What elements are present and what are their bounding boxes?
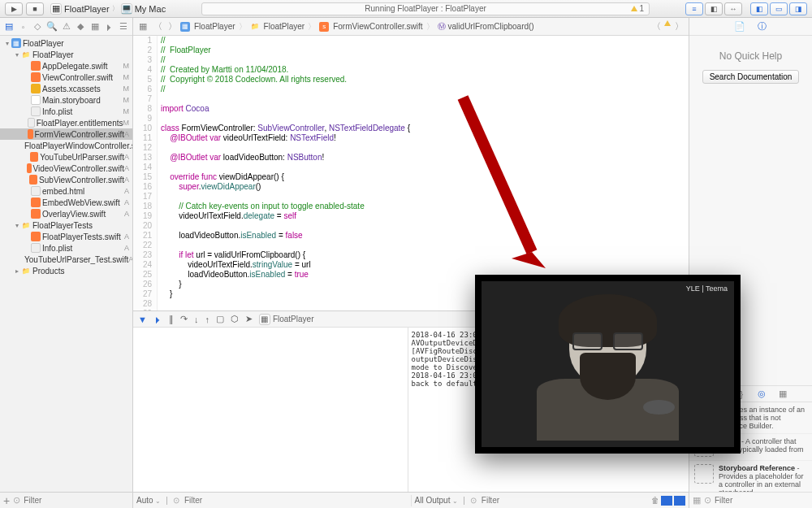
report-nav-icon[interactable]: ☰ [118,20,129,33]
debug-nav-icon[interactable]: ▦ [89,20,101,33]
tree-row[interactable]: Assets.xcassetsM [0,83,132,94]
file-inspector-icon[interactable]: 📄 [733,20,746,33]
tree-row[interactable]: FloatPlayerWindowController.swiftA [0,140,132,151]
variables-filter-input[interactable] [184,495,408,506]
step-over-icon[interactable]: ↷ [180,314,188,324]
toggle-variables-button[interactable] [661,496,672,506]
issue-nav-icon[interactable]: ⚠ [61,20,72,33]
find-nav-icon[interactable]: 🔍 [46,20,58,33]
run-button[interactable]: ▶ [5,2,23,15]
version-editor-button[interactable]: ↔ [724,2,742,15]
debug-bottom-bar: Auto ⌄ | ⊙ All Output ⌄ | ⊙ 🗑 [133,492,689,508]
quick-help-title: No Quick Help [696,50,806,62]
location-icon[interactable]: ➤ [245,314,253,324]
navigator-tabs: ▤ ◦ ◇ 🔍 ⚠ ◆ ▦ ⏵ ☰ [0,18,132,36]
tree-row[interactable]: FloatPlayerTests.swiftA [0,231,132,242]
assistant-editor-button[interactable]: ◧ [705,2,723,15]
filter-icon: ⊙ [173,496,179,505]
quick-help-icon[interactable]: ⓘ [756,20,769,33]
video-watermark: YLE | Teema [686,284,728,293]
tree-row[interactable]: embed.htmlA [0,185,132,197]
hide-debug-icon[interactable]: ▼ [138,315,147,324]
standard-editor-button[interactable]: ≡ [685,2,703,15]
warning-icon [664,20,671,26]
toolbar: ▶ ■ ▦ FloatPlayer 〉 💻 My Mac Running Flo… [0,0,812,18]
symbol-nav-icon[interactable]: ◇ [32,20,43,33]
library-bottom-bar: ▦ ⊙ [689,492,812,508]
toggle-navigator-button[interactable]: ◧ [750,2,768,15]
chevron-right-icon: 〉 [112,4,119,13]
mac-icon: 💻 [121,3,132,15]
object-library-icon[interactable]: ◎ [755,388,768,401]
tree-row[interactable]: Main.storyboardM [0,94,132,106]
toggle-inspector-button[interactable]: ◨ [789,2,807,15]
grid-view-icon[interactable]: ▦ [693,495,701,506]
tree-row[interactable]: SubViewController.swiftA [0,174,132,185]
tree-row[interactable]: FormViewController.swiftA [0,128,132,140]
tree-row[interactable]: AppDelegate.swiftM [0,60,132,72]
line-gutter[interactable]: 1234567891011121314151617181920212223242… [133,36,158,310]
clear-console-icon[interactable]: 🗑 [651,496,659,505]
debug-view-icon[interactable]: ▢ [216,314,224,324]
scheme-selector[interactable]: ▦ FloatPlayer 〉 💻 My Mac [50,3,166,15]
code-content[interactable]: //// FloatPlayer//// Created by Martti o… [158,36,689,310]
related-items-icon[interactable]: ▦ [136,20,149,33]
breakpoints-icon[interactable]: ⏵ [153,315,162,324]
navigator-filter-input[interactable] [24,495,129,506]
navigator-panel: ▤ ◦ ◇ 🔍 ⚠ ◆ ▦ ⏵ ☰ ▾▦FloatPlayer▾📁FloatPl… [0,18,133,508]
breakpoint-nav-icon[interactable]: ⏵ [104,20,115,33]
library-filter-input[interactable] [715,495,812,506]
scope-selector[interactable]: Auto ⌄ [136,496,161,505]
step-into-icon[interactable]: ↓ [194,315,199,324]
forward-button[interactable]: 〉 [166,20,179,33]
filter-icon: ⊙ [470,496,477,505]
filter-icon: ⊙ [704,495,711,506]
library-item[interactable]: Storyboard Reference - Provides a placeh… [689,461,812,492]
console-filter-input[interactable] [482,495,646,506]
next-issue-icon[interactable]: 〉 [672,20,685,33]
destination-name: My Mac [135,4,166,14]
source-control-nav-icon[interactable]: ◦ [18,20,29,33]
variables-view[interactable] [133,328,408,492]
tree-row[interactable]: ▾📁FloatPlayer [0,49,132,60]
warning-icon [631,6,637,11]
project-tree[interactable]: ▾▦FloatPlayer▾📁FloatPlayerAppDelegate.sw… [0,36,132,492]
prev-issue-icon[interactable]: 〈 [650,20,663,33]
tree-row[interactable]: YouTubeUrlParser.swiftA [0,151,132,163]
toggle-console-button[interactable] [674,496,685,506]
warning-badge[interactable]: 1 [631,4,644,13]
activity-status[interactable]: Running FloatPlayer : FloatPlayer 1 [201,2,650,15]
tree-row[interactable]: Info.plistA [0,242,132,254]
tree-row[interactable]: ▾▦FloatPlayer [0,37,132,49]
test-nav-icon[interactable]: ◆ [76,20,87,33]
tree-row[interactable]: EmbedWebView.swiftA [0,197,132,208]
continue-icon[interactable]: ‖ [169,314,174,324]
tree-row[interactable]: Info.plistM [0,106,132,117]
filter-icon[interactable]: ⊙ [13,495,20,506]
back-button[interactable]: 〈 [151,20,164,33]
output-selector[interactable]: All Output ⌄ [415,496,459,505]
media-library-icon[interactable]: ▦ [776,388,789,401]
scheme-name: FloatPlayer [64,4,110,14]
tree-row[interactable]: OverlayView.swiftA [0,208,132,219]
tree-row[interactable]: ViewController.swiftM [0,72,132,83]
search-documentation-button[interactable]: Search Documentation [702,70,800,84]
jump-bar[interactable]: ▦ 〈 〉 ▦FloatPlayer 〉 📁FloatPlayer 〉 sFor… [133,18,689,36]
toggle-debug-button[interactable]: ▭ [770,2,788,15]
video-content: YLE | Teema [482,281,734,447]
navigator-bottom-bar: + ⊙ [0,492,132,508]
tree-row[interactable]: ▾📁FloatPlayerTests [0,219,132,231]
tree-row[interactable]: FloatPlayer.entitlementsM [0,117,132,128]
memory-graph-icon[interactable]: ⬡ [231,314,239,324]
stop-button[interactable]: ■ [26,2,44,15]
step-out-icon[interactable]: ↑ [205,315,209,324]
float-player-window[interactable]: YLE | Teema [475,275,741,454]
tree-row[interactable]: YouTubeUrlParser_Test.swiftA [0,254,132,265]
tree-row[interactable]: ▸📁Products [0,265,132,276]
add-button[interactable]: + [3,494,10,507]
source-editor[interactable]: 1234567891011121314151617181920212223242… [133,36,689,310]
project-nav-icon[interactable]: ▤ [3,20,15,33]
app-icon: ▦ [50,3,62,15]
tree-row[interactable]: VideoViewController.swiftA [0,163,132,174]
inspector-tabs: 📄 ⓘ [689,18,812,36]
